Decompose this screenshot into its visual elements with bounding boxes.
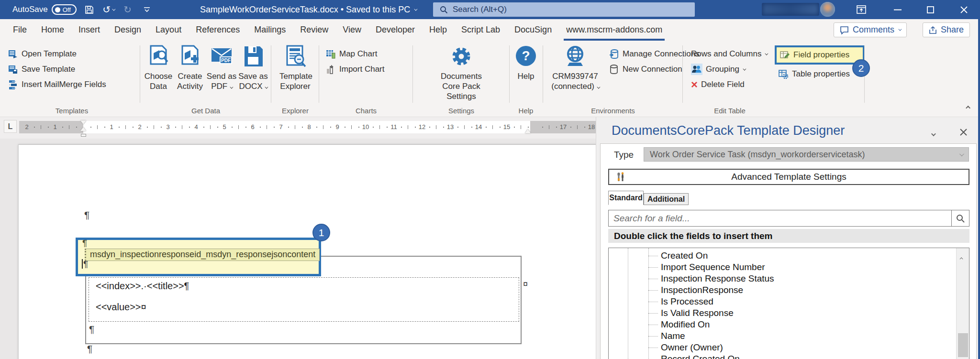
open-template-button[interactable]: Open Template bbox=[8, 47, 77, 61]
ruler-number: 17 bbox=[560, 123, 567, 131]
crm-connection-button[interactable]: CRM939747(connected) bbox=[546, 44, 604, 91]
insert-mailmerge-fields-button[interactable]: Insert MailMerge Fields bbox=[8, 78, 106, 91]
field-item[interactable]: Name bbox=[609, 330, 956, 342]
field-properties-button[interactable]: Field properties bbox=[775, 45, 865, 65]
autosave-toggle[interactable]: Off bbox=[52, 4, 77, 15]
field-item[interactable]: Owner (Owner) bbox=[609, 342, 956, 353]
field-item[interactable]: Is Processed bbox=[609, 296, 956, 307]
tree-connector bbox=[648, 267, 658, 268]
field-item[interactable]: Inspection Response Status bbox=[609, 273, 956, 284]
ruler-number: 6 bbox=[251, 123, 254, 131]
tab-view[interactable]: View bbox=[335, 19, 368, 41]
field-list-scrollbar[interactable] bbox=[956, 248, 969, 359]
search-input[interactable] bbox=[453, 5, 654, 14]
window-edge bbox=[978, 19, 980, 359]
tab-home[interactable]: Home bbox=[34, 19, 71, 41]
hanging-indent-marker[interactable] bbox=[80, 127, 86, 131]
help-button[interactable]: ? Help bbox=[510, 44, 542, 81]
import-chart-button[interactable]: Import Chart bbox=[325, 63, 384, 76]
tab-references[interactable]: References bbox=[189, 19, 247, 41]
type-dropdown[interactable]: Work Order Service Task (msdyn_workorder… bbox=[644, 147, 969, 162]
tab-standard[interactable]: Standard bbox=[608, 191, 644, 205]
tab-additional[interactable]: Additional bbox=[644, 193, 689, 205]
tree-connector bbox=[648, 348, 658, 348]
pane-options-chevron-icon[interactable] bbox=[931, 130, 935, 138]
tab-review[interactable]: Review bbox=[293, 19, 335, 41]
grouping-button[interactable]: Grouping bbox=[691, 63, 745, 76]
document-title[interactable]: SampleWorkOrderServiceTask.docx • Saved … bbox=[200, 0, 416, 19]
maximize-button[interactable] bbox=[917, 0, 944, 19]
field-item[interactable]: Created On bbox=[609, 250, 956, 261]
create-activity-button[interactable]: Create Activity bbox=[174, 44, 206, 91]
field-item-label: Is Processed bbox=[661, 296, 713, 307]
scroll-up-icon[interactable] bbox=[961, 253, 963, 261]
table-line-value: <<value>>¤ bbox=[96, 302, 146, 313]
field-item[interactable]: Record Created On bbox=[609, 353, 956, 359]
new-connection-button[interactable]: New Connection bbox=[609, 63, 682, 76]
ruler-number: 7 bbox=[279, 123, 282, 131]
close-button[interactable] bbox=[950, 0, 977, 19]
field-item[interactable]: Import Sequence Number bbox=[609, 261, 956, 273]
undo-icon[interactable]: ↺ bbox=[102, 3, 115, 16]
comments-button[interactable]: Comments bbox=[834, 22, 907, 37]
ribbon-tabs: FileHomeInsertDesignLayoutReferencesMail… bbox=[0, 19, 669, 41]
tab-script-lab[interactable]: Script Lab bbox=[454, 19, 507, 41]
pane-close-icon[interactable] bbox=[956, 125, 970, 139]
tab-file[interactable]: File bbox=[6, 19, 34, 41]
tab-stop-selector[interactable]: L bbox=[4, 120, 17, 133]
paragraph-mark: ¶ bbox=[87, 343, 92, 355]
collapse-ribbon-icon[interactable] bbox=[967, 102, 970, 111]
tab-layout[interactable]: Layout bbox=[148, 19, 189, 41]
tab-developer[interactable]: Developer bbox=[368, 19, 422, 41]
scrollbar-thumb[interactable] bbox=[958, 333, 968, 357]
advanced-settings-icon bbox=[616, 172, 625, 182]
save-template-button[interactable]: Save Template bbox=[8, 63, 75, 76]
user-account[interactable] bbox=[762, 3, 819, 16]
title-chevron-icon bbox=[414, 7, 418, 11]
paragraph-mark: ¶ bbox=[82, 238, 87, 249]
group-explorer: Template Explorer Explorer bbox=[273, 41, 318, 117]
save-icon[interactable] bbox=[83, 3, 96, 16]
field-item[interactable]: InspectionResponse bbox=[609, 284, 956, 296]
field-search-button[interactable] bbox=[951, 210, 969, 226]
minimize-button[interactable] bbox=[884, 0, 911, 19]
redo-icon[interactable]: ↻ bbox=[122, 3, 134, 16]
left-indent-marker[interactable] bbox=[81, 134, 86, 137]
h-ruler: 211234567891011121314151718 bbox=[19, 121, 596, 133]
tab-insert[interactable]: Insert bbox=[71, 19, 107, 41]
ribbon-tab-row: FileHomeInsertDesignLayoutReferencesMail… bbox=[0, 19, 980, 41]
choose-data-icon bbox=[147, 44, 170, 68]
tab-design[interactable]: Design bbox=[107, 19, 148, 41]
field-search-input[interactable] bbox=[609, 210, 951, 226]
share-button[interactable]: Share bbox=[923, 22, 970, 37]
rows-and-columns-button[interactable]: Rows and Columns bbox=[691, 47, 767, 61]
dcp-settings-button[interactable]: Documents Core Pack Settings bbox=[437, 44, 485, 101]
advanced-template-settings-button[interactable]: Advanced Template Settings bbox=[608, 169, 969, 185]
tab-help[interactable]: Help bbox=[422, 19, 454, 41]
ruler-number: 2 bbox=[25, 123, 28, 131]
field-item[interactable]: Modified On bbox=[609, 319, 956, 330]
quick-access-toolbar-icon[interactable] bbox=[141, 3, 153, 16]
search-bar[interactable] bbox=[433, 2, 695, 17]
save-as-docx-button[interactable]: Save as DOCX bbox=[237, 44, 269, 91]
tree-connector bbox=[648, 325, 658, 325]
tab-www-mscrm-addons-com[interactable]: www.mscrm-addons.com bbox=[559, 19, 669, 41]
template-explorer-button[interactable]: Template Explorer bbox=[279, 44, 311, 91]
cell-end-mark: ¤ bbox=[523, 279, 528, 289]
tab-docusign[interactable]: DocuSign bbox=[507, 19, 559, 41]
send-as-pdf-button[interactable]: PDF Send as PDF bbox=[206, 44, 237, 91]
first-line-indent-marker[interactable] bbox=[80, 120, 86, 124]
right-indent-marker[interactable] bbox=[525, 129, 531, 133]
ribbon-display-options-icon[interactable] bbox=[848, 0, 875, 19]
table-properties-button[interactable]: Table properties bbox=[778, 67, 850, 81]
ruler-number: 8 bbox=[307, 123, 311, 131]
avatar[interactable] bbox=[820, 2, 835, 17]
tab-mailings[interactable]: Mailings bbox=[247, 19, 293, 41]
table-cell[interactable]: <<index>>.·<<title>>¶ <<value>>¤ bbox=[89, 277, 519, 322]
map-chart-button[interactable]: Map Chart bbox=[325, 47, 377, 61]
merge-field-tag[interactable]: msdyn_inspectionresponseid_msdyn_respons… bbox=[85, 249, 320, 261]
field-item[interactable]: Is Valid Response bbox=[609, 307, 956, 319]
choose-data-button[interactable]: Choose Data bbox=[143, 44, 174, 91]
delete-field-button[interactable]: × Delete Field bbox=[691, 78, 745, 91]
field-item-label: InspectionResponse bbox=[661, 285, 743, 295]
